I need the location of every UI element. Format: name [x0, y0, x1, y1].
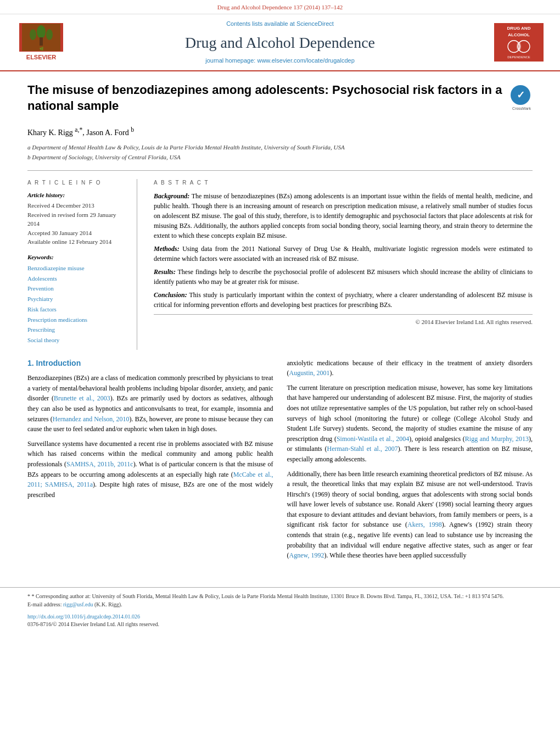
email-label: E-mail address: — [27, 601, 61, 607]
footnote-text: * * Corresponding author at: University … — [27, 592, 533, 600]
journal-logo: DRUG AND ALCOHOL DEPENDENCE — [494, 23, 544, 62]
article-info-left: A R T I C L E I N F O Article history: R… — [27, 179, 137, 350]
abstract-background: Background: The misuse of benzodiazepine… — [154, 191, 533, 241]
ref-rigg-murphy[interactable]: Rigg and Murphy, 2013 — [465, 435, 529, 443]
doi-link[interactable]: http://dx.doi.org/10.1016/j.drugalcdep.2… — [27, 613, 533, 621]
keyword-4[interactable]: Psychiatry — [27, 294, 126, 304]
keyword-6[interactable]: Prescription medications — [27, 315, 126, 325]
ref-agnew[interactable]: Agnew, 1992 — [289, 551, 324, 559]
keyword-3[interactable]: Prevention — [27, 283, 126, 294]
received-date: Received 4 December 2013 — [27, 201, 126, 210]
ref-akers[interactable]: Akers, 1998 — [407, 521, 442, 528]
keywords-section: Keywords: Benzodiazepine misuse Adolesce… — [27, 253, 126, 345]
elsevier-brand-text: ELSEVIER — [26, 53, 56, 62]
svg-point-2 — [30, 29, 36, 40]
article-history: Article history: Received 4 December 201… — [27, 191, 126, 247]
available-online-date: Available online 12 February 2014 — [27, 237, 126, 247]
logo-subtitle: DEPENDENCE — [507, 55, 530, 59]
ref-simoni-wastila[interactable]: Simoni-Wastila et al., 2004 — [337, 435, 409, 443]
abstract-text: Background: The misuse of benzodiazepine… — [154, 191, 533, 310]
abstract-methods: Methods: Using data from the 2011 Nation… — [154, 244, 533, 264]
ref-augustin[interactable]: Augustin, 2001 — [289, 369, 330, 377]
intro-paragraph-2: Surveillance systems have documented a r… — [27, 439, 273, 500]
page: Drug and Alcohol Dependence 137 (2014) 1… — [0, 0, 560, 742]
intro-right-paragraph-1: anxiolytic medications because of their … — [287, 358, 533, 378]
authors-line: Khary K. Rigg a,*, Jason A. Ford b — [27, 126, 533, 138]
background-text: The misuse of benzodiazepines (BZs) amon… — [154, 192, 533, 239]
intro-left-col: 1. Introduction Benzodiazepines (BZs) ar… — [27, 358, 273, 565]
article-info-grid: A R T I C L E I N F O Article history: R… — [27, 170, 533, 350]
conclusion-label: Conclusion: — [154, 291, 187, 299]
crossmark-icon: ✓ — [511, 85, 530, 105]
crossmark-label: CrossMark — [511, 106, 533, 111]
article-info-header: A R T I C L E I N F O — [27, 179, 126, 187]
journal-title: Drug and Alcohol Dependence — [66, 32, 494, 53]
background-label: Background: — [154, 192, 189, 200]
article-body: The misuse of benzodiazepines among adol… — [0, 71, 560, 576]
copyright-line: © 2014 Elsevier Ireland Ltd. All rights … — [154, 314, 533, 326]
svg-text:🌿: 🌿 — [40, 47, 44, 51]
homepage-line: journal homepage: www.elsevier.com/locat… — [66, 57, 494, 65]
author-khary: Khary K. Rigg a,*, — [27, 129, 85, 137]
abstract-header: A B S T R A C T — [154, 179, 533, 187]
email-address[interactable]: rigg@usf.edu — [63, 601, 93, 607]
article-title-section: The misuse of benzodiazepines among adol… — [27, 82, 533, 119]
intro-body-right: anxiolytic medications because of their … — [287, 358, 533, 561]
received-revised-date: Received in revised form 29 January 2014 — [27, 210, 126, 228]
article-title: The misuse of benzodiazepines among adol… — [27, 82, 502, 114]
ref-brunette[interactable]: Brunette et al., 2003 — [54, 394, 110, 402]
results-text: These findings help to describe the psyc… — [154, 268, 533, 286]
keyword-1[interactable]: Benzodiazepine misuse — [27, 263, 126, 274]
keyword-8[interactable]: Social theory — [27, 335, 126, 345]
top-bar: Drug and Alcohol Dependence 137 (2014) 1… — [0, 0, 560, 14]
affiliations: a Department of Mental Health Law & Poli… — [27, 143, 533, 162]
ref-herman-stahl[interactable]: Herman-Stahl et al., 2007 — [327, 445, 398, 453]
homepage-url[interactable]: www.elsevier.com/locate/drugalcdep — [257, 57, 354, 64]
contents-available: Contents lists available at ScienceDirec… — [66, 20, 494, 28]
author-jason: Jason A. Ford b — [86, 129, 134, 137]
svg-rect-4 — [40, 37, 43, 46]
crossmark-badge: ✓ CrossMark — [511, 85, 533, 107]
doi-section: http://dx.doi.org/10.1016/j.drugalcdep.2… — [0, 609, 560, 633]
issn-line: 0376-8716/© 2014 Elsevier Ireland Ltd. A… — [27, 621, 533, 628]
footnote-corresponding: * Corresponding author at: University of… — [32, 593, 504, 599]
sciencedirect-link[interactable]: ScienceDirect — [296, 20, 334, 27]
conclusion-text: This study is particularly important wit… — [154, 291, 533, 309]
abstract-section: A B S T R A C T Background: The misuse o… — [154, 179, 533, 350]
journal-center: Contents lists available at ScienceDirec… — [66, 20, 494, 65]
results-label: Results: — [154, 268, 176, 276]
footnote-star: * — [27, 593, 32, 599]
intro-body-left: Benzodiazepines (BZs) are a class of med… — [27, 373, 273, 500]
keyword-2[interactable]: Adolescents — [27, 274, 126, 284]
affiliation-a: a Department of Mental Health Law & Poli… — [27, 143, 533, 152]
keyword-7[interactable]: Prescribing — [27, 325, 126, 335]
intro-right-paragraph-2: The current literature on prescription m… — [287, 383, 533, 465]
ref-samhsa-2011b[interactable]: SAMHSA, 2011b, 2011c — [66, 460, 133, 468]
methods-label: Methods: — [154, 245, 180, 253]
email-note: (K.K. Rigg). — [94, 601, 122, 607]
keyword-5[interactable]: Risk factors — [27, 304, 126, 315]
intro-paragraph-1: Benzodiazepines (BZs) are a class of med… — [27, 373, 273, 434]
journal-citation: Drug and Alcohol Dependence 137 (2014) 1… — [217, 4, 343, 10]
elsevier-logo: 🌿 ELSEVIER — [16, 23, 66, 62]
svg-point-3 — [46, 29, 53, 40]
methods-text: Using data from the 2011 National Survey… — [154, 245, 533, 263]
ref-hernandez[interactable]: Hernandez and Nelson, 2010 — [53, 415, 130, 423]
footnote-section: * * Corresponding author at: University … — [0, 587, 560, 609]
abstract-results: Results: These findings help to describe… — [154, 267, 533, 287]
history-label: Article history: — [27, 191, 126, 199]
logo-drug-text: DRUG AND ALCOHOL — [496, 25, 541, 37]
intro-right-paragraph-3: Additionally, there has been little rese… — [287, 469, 533, 561]
abstract-conclusion: Conclusion: This study is particularly i… — [154, 290, 533, 310]
intro-right-col: anxiolytic medications because of their … — [287, 358, 533, 565]
introduction-section: 1. Introduction Benzodiazepines (BZs) ar… — [27, 358, 533, 565]
svg-point-1 — [37, 25, 46, 38]
footnote-email-line: E-mail address: rigg@usf.edu (K.K. Rigg)… — [27, 600, 533, 609]
accepted-date: Accepted 30 January 2014 — [27, 228, 126, 238]
affiliation-b: b Department of Sociology, University of… — [27, 153, 533, 162]
elsevier-logo-image: 🌿 — [19, 23, 63, 52]
intro-section-title: 1. Introduction — [27, 358, 273, 369]
journal-header: 🌿 ELSEVIER Contents lists available at S… — [0, 14, 560, 71]
ref-mccabe[interactable]: McCabe et al., 2011; SAMHSA, 2011a — [27, 471, 273, 489]
keywords-label: Keywords: — [27, 253, 126, 261]
